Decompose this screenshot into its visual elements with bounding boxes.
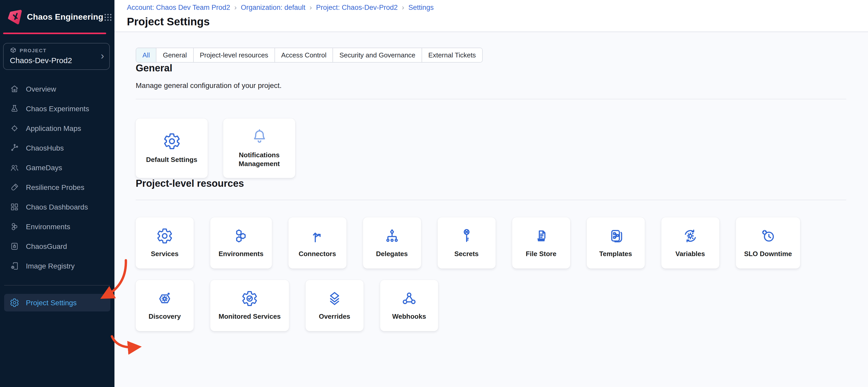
card-label: Webhooks bbox=[392, 312, 426, 321]
chevron-right-icon: › bbox=[402, 3, 404, 11]
card-label: Environments bbox=[219, 250, 264, 258]
sidebar-item-label: ChaosGuard bbox=[26, 242, 67, 250]
card-variables[interactable]: Variables bbox=[661, 217, 719, 269]
card-label: Default Settings bbox=[146, 155, 197, 164]
card-slo-downtime[interactable]: SLO Downtime bbox=[736, 217, 800, 269]
harness-logo-icon bbox=[7, 9, 22, 25]
project-label: PROJECT bbox=[20, 47, 46, 53]
breadcrumb-project-link[interactable]: Project: Chaos-Dev-Prod2 bbox=[316, 3, 398, 11]
breadcrumb-account-link[interactable]: Account: Chaos Dev Team Prod2 bbox=[127, 3, 230, 11]
sidebar-item-chaosguard[interactable]: ChaosGuard bbox=[0, 237, 115, 256]
gear-check-icon bbox=[241, 290, 258, 307]
chevron-right-icon: › bbox=[101, 51, 104, 61]
card-delegates[interactable]: Delegates bbox=[363, 217, 421, 269]
card-monitored-services[interactable]: Monitored Services bbox=[210, 280, 289, 331]
card-default-settings[interactable]: Default Settings bbox=[136, 118, 208, 178]
sidebar-item-label: GameDays bbox=[26, 164, 62, 172]
gear-icon bbox=[163, 132, 181, 150]
accent-divider bbox=[3, 33, 106, 34]
card-label: File Store bbox=[526, 250, 556, 258]
sidebar-item-project-settings[interactable]: Project Settings bbox=[4, 294, 110, 312]
card-secrets[interactable]: Secrets bbox=[437, 217, 495, 269]
card-label: SLO Downtime bbox=[744, 250, 792, 258]
breadcrumb-organization-link[interactable]: Organization: default bbox=[241, 3, 305, 11]
breadcrumb-settings-link[interactable]: Settings bbox=[408, 3, 434, 11]
card-connectors[interactable]: Connectors bbox=[288, 217, 346, 269]
card-overrides[interactable]: Overrides bbox=[306, 280, 364, 331]
gear-icon bbox=[156, 227, 173, 244]
sidebar-item-chaos-dashboards[interactable]: Chaos Dashboards bbox=[0, 197, 115, 217]
section-divider bbox=[136, 99, 846, 99]
app-root: Chaos Engineering PROJECT Chaos-Dev-Prod… bbox=[0, 0, 868, 387]
tab-all[interactable]: All bbox=[136, 48, 157, 62]
card-templates[interactable]: Templates bbox=[587, 217, 645, 269]
sidebar-item-overview[interactable]: Overview bbox=[0, 79, 115, 99]
sidebar-item-chaos-experiments[interactable]: Chaos Experiments bbox=[0, 99, 115, 118]
flask-icon bbox=[10, 104, 19, 113]
sidebar-item-image-registry[interactable]: Image Registry bbox=[0, 256, 115, 276]
card-notifications-management[interactable]: Notifications Management bbox=[223, 118, 295, 178]
branch-arrows-icon bbox=[309, 227, 326, 244]
tab-security-and-governance[interactable]: Security and Governance bbox=[333, 48, 422, 62]
card-label: Discovery bbox=[149, 312, 181, 321]
sidebar-item-resilience-probes[interactable]: Resilience Probes bbox=[0, 177, 115, 197]
sidebar: Chaos Engineering PROJECT Chaos-Dev-Prod… bbox=[0, 0, 115, 387]
card-label: Secrets bbox=[454, 250, 478, 258]
dashboard-grid-icon bbox=[10, 202, 19, 212]
org-tree-icon bbox=[383, 227, 400, 244]
card-label: Connectors bbox=[299, 250, 336, 258]
project-selector[interactable]: PROJECT Chaos-Dev-Prod2 › bbox=[3, 43, 110, 70]
sidebar-item-environments[interactable]: Environments bbox=[0, 217, 115, 237]
key-icon bbox=[458, 227, 475, 244]
card-discovery[interactable]: Discovery bbox=[136, 280, 194, 331]
gear-icon bbox=[10, 298, 19, 307]
card-label: Monitored Services bbox=[219, 312, 281, 321]
gear-refresh-icon bbox=[682, 227, 699, 244]
sidebar-item-label: Environments bbox=[26, 222, 70, 231]
home-icon bbox=[10, 84, 19, 94]
resources-card-row-1: Services Environments Connectors Delegat… bbox=[136, 217, 868, 269]
sidebar-divider bbox=[4, 285, 110, 286]
sidebar-item-chaoshubs[interactable]: ChaosHubs bbox=[0, 138, 115, 158]
webhook-icon bbox=[401, 290, 417, 307]
probe-icon bbox=[10, 183, 19, 192]
sidebar-item-label: Application Maps bbox=[26, 124, 81, 133]
sidebar-item-label: Resilience Probes bbox=[26, 183, 85, 191]
sidebar-item-application-maps[interactable]: Application Maps bbox=[0, 118, 115, 138]
page-header: Account: Chaos Dev Team Prod2 › Organiza… bbox=[115, 0, 868, 32]
sidebar-logo-row: Chaos Engineering bbox=[0, 0, 115, 27]
file-tray-icon bbox=[533, 227, 549, 244]
card-services[interactable]: Services bbox=[136, 217, 194, 269]
module-grid-icon[interactable] bbox=[103, 13, 112, 22]
section-title-project-level-resources: Project-level resources bbox=[136, 178, 868, 189]
sidebar-item-label: Overview bbox=[26, 85, 56, 93]
tab-external-tickets[interactable]: External Tickets bbox=[422, 48, 482, 62]
bell-icon bbox=[250, 128, 268, 145]
tab-general[interactable]: General bbox=[157, 48, 194, 62]
hexagons-icon bbox=[233, 227, 249, 244]
section-title-general: General bbox=[136, 63, 868, 74]
hexagons-icon bbox=[10, 222, 19, 231]
clock-badge-icon bbox=[760, 227, 776, 244]
registry-icon bbox=[10, 261, 19, 271]
people-icon bbox=[10, 163, 19, 172]
sidebar-item-gamedays[interactable]: GameDays bbox=[0, 158, 115, 177]
sidebar-nav: Overview Chaos Experiments Application M… bbox=[0, 79, 115, 276]
card-label: Variables bbox=[675, 250, 705, 258]
page-title: Project Settings bbox=[127, 15, 868, 28]
sidebar-item-label: ChaosHubs bbox=[26, 144, 64, 152]
app-title: Chaos Engineering bbox=[27, 12, 103, 22]
network-icon bbox=[10, 143, 19, 153]
card-label: Delegates bbox=[376, 250, 408, 258]
card-file-store[interactable]: File Store bbox=[512, 217, 570, 269]
template-pages-icon bbox=[607, 227, 624, 244]
card-environments[interactable]: Environments bbox=[210, 217, 272, 269]
target-icon bbox=[10, 124, 19, 133]
layers-icon bbox=[326, 290, 343, 307]
resources-card-row-2: Discovery Monitored Services Overrides W… bbox=[136, 280, 868, 331]
settings-content: All General Project-level resources Acce… bbox=[115, 32, 868, 387]
tab-access-control[interactable]: Access Control bbox=[275, 48, 333, 62]
tab-project-level-resources[interactable]: Project-level resources bbox=[193, 48, 275, 62]
card-webhooks[interactable]: Webhooks bbox=[380, 280, 438, 331]
sidebar-item-label: Image Registry bbox=[26, 262, 74, 270]
